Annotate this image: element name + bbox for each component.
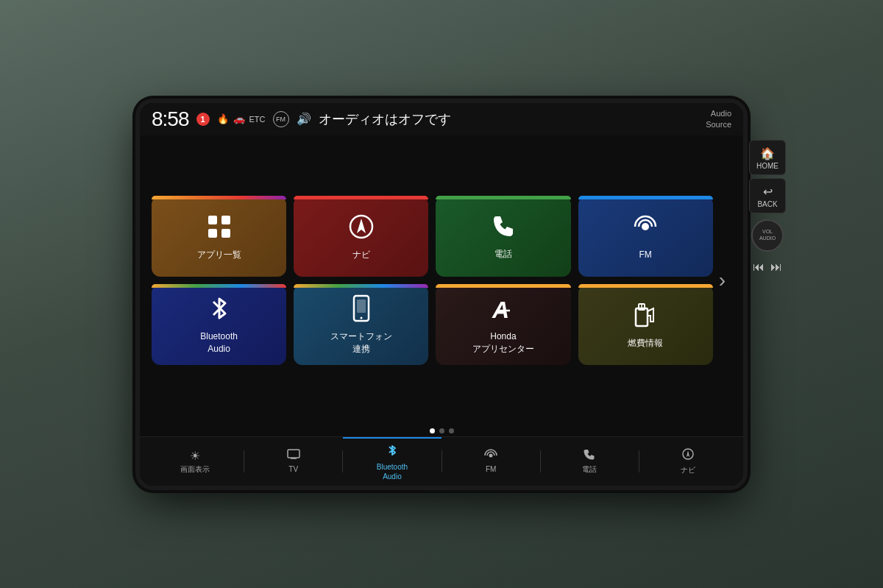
next-track-button[interactable]: ⏭ <box>770 261 782 274</box>
phone-icon <box>490 213 517 244</box>
svg-rect-3 <box>221 229 230 238</box>
smartphone-icon <box>350 294 372 326</box>
bottom-navi-icon <box>681 447 695 464</box>
home-button[interactable]: 🏠 HOME <box>749 140 786 175</box>
honda-label: Hondaアプリセンター <box>472 330 534 355</box>
etc-label: ETC <box>249 115 266 124</box>
bottom-phone-item[interactable]: 電話 <box>541 444 639 478</box>
dot-3 <box>449 428 454 433</box>
clock: 8:58 <box>152 107 189 131</box>
svg-rect-2 <box>208 229 217 238</box>
svg-rect-15 <box>288 450 299 458</box>
app-list-icon <box>205 213 233 244</box>
svg-marker-20 <box>687 450 689 457</box>
side-controls: 🏠 HOME ↩ BACK VOLAUDIO ⏮ ⏭ <box>749 140 786 274</box>
app-grid: アプリ一覧 ナビ <box>152 196 713 365</box>
honda-icon: A <box>489 294 517 326</box>
svg-rect-1 <box>221 216 230 224</box>
infotainment-screen: 8:58 1 🔥 🚗 ETC FM 🔊 オーディオはオフです AudioSour… <box>140 103 743 486</box>
status-bar: 8:58 1 🔥 🚗 ETC FM 🔊 オーディオはオフです AudioSour… <box>140 103 743 135</box>
bottom-fm-icon <box>484 448 497 463</box>
fuel-icon <box>633 301 658 333</box>
bottom-navi-item[interactable]: ナビ <box>639 443 737 479</box>
tv-label: TV <box>288 464 298 474</box>
car-icon: 🚗 <box>233 113 245 124</box>
svg-point-6 <box>642 223 649 230</box>
media-controls: ⏮ ⏭ <box>749 261 786 274</box>
svg-marker-5 <box>357 219 366 233</box>
bluetooth-icon <box>208 294 231 326</box>
next-page-arrow[interactable]: › <box>713 269 731 292</box>
bottom-phone-icon <box>584 448 595 463</box>
bottom-bluetooth-item[interactable]: BluetoothAudio <box>343 437 441 486</box>
bottom-bluetooth-icon <box>387 443 397 461</box>
phone-tile[interactable]: 電話 <box>436 196 570 277</box>
bluetooth-label: BluetoothAudio <box>200 330 238 355</box>
app-list-tile[interactable]: アプリ一覧 <box>152 196 286 277</box>
navi-label: ナビ <box>352 249 370 261</box>
volume-knob[interactable]: VOLAUDIO <box>751 219 784 252</box>
main-area: アプリ一覧 ナビ <box>140 135 743 425</box>
fm-tile[interactable]: FM <box>578 196 713 277</box>
bottom-fm-item[interactable]: FM <box>442 444 540 478</box>
fm-radio-icon: FM <box>273 111 289 127</box>
back-icon: ↩ <box>753 185 782 199</box>
svg-rect-0 <box>208 216 217 224</box>
dot-1 <box>430 428 435 433</box>
navi-tile[interactable]: ナビ <box>294 196 428 277</box>
flame-icon: 🔥 <box>217 113 229 124</box>
bottom-display-item[interactable]: ☀ 画面表示 <box>146 444 244 478</box>
home-icon: 🏠 <box>753 146 782 160</box>
tv-icon <box>287 448 300 463</box>
svg-point-18 <box>489 454 493 458</box>
fm-icon <box>631 213 659 244</box>
pagination-dots <box>140 425 743 436</box>
notification-badge: 1 <box>196 113 210 126</box>
display-icon: ☀ <box>190 449 200 463</box>
smartphone-label: スマートフォン連携 <box>330 330 392 355</box>
svg-rect-9 <box>357 300 366 313</box>
navi-icon <box>347 213 375 244</box>
svg-rect-12 <box>636 308 648 326</box>
phone-label: 電話 <box>494 248 512 261</box>
dot-2 <box>439 428 444 433</box>
honda-tile[interactable]: A Hondaアプリセンター <box>436 284 570 365</box>
app-list-label: アプリ一覧 <box>197 249 241 261</box>
bottom-tv-item[interactable]: TV <box>244 444 342 478</box>
audio-source-button[interactable]: AudioSource <box>706 108 731 130</box>
bottom-fm-label: FM <box>486 464 496 474</box>
fuel-tile[interactable]: 燃費情報 <box>578 284 713 365</box>
back-button[interactable]: ↩ BACK <box>749 178 786 213</box>
speaker-icon: 🔊 <box>297 112 311 126</box>
svg-point-8 <box>360 317 362 319</box>
screen-content: 8:58 1 🔥 🚗 ETC FM 🔊 オーディオはオフです AudioSour… <box>140 103 743 486</box>
bottom-bluetooth-label: BluetoothAudio <box>377 462 408 481</box>
smartphone-tile[interactable]: スマートフォン連携 <box>294 284 428 365</box>
audio-status-text: オーディオはオフです <box>319 110 699 128</box>
bluetooth-tile[interactable]: BluetoothAudio <box>152 284 286 365</box>
display-label: 画面表示 <box>180 464 210 474</box>
bottom-bar: ☀ 画面表示 TV <box>140 436 743 486</box>
fuel-label: 燃費情報 <box>628 337 663 350</box>
status-icons: 🔥 🚗 ETC <box>217 113 266 124</box>
svg-text:A: A <box>492 297 509 322</box>
bottom-phone-label: 電話 <box>582 464 597 474</box>
prev-track-button[interactable]: ⏮ <box>753 261 765 274</box>
fm-label: FM <box>639 249 651 261</box>
bottom-navi-label: ナビ <box>681 465 695 475</box>
